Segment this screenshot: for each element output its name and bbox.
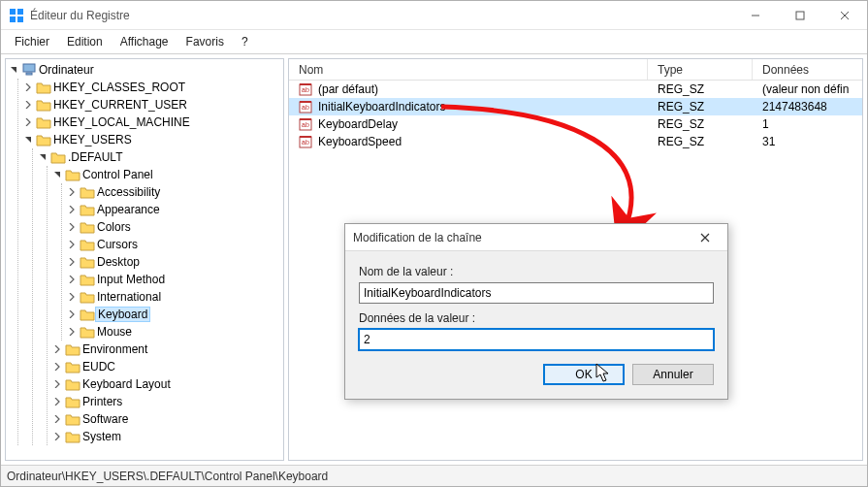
svg-text:ab: ab [302,86,309,93]
folder-icon [36,133,51,146]
tree-expand-icon[interactable] [8,64,19,76]
tree-item[interactable]: HKEY_CURRENT_USER [22,96,283,114]
value-type: REG_SZ [648,82,753,96]
col-header-type[interactable]: Type [648,59,753,80]
cancel-button[interactable]: Annuler [632,364,714,385]
col-header-name[interactable]: Nom [289,59,648,80]
tree-expand-icon[interactable] [22,116,34,128]
value-data: 31 [753,135,862,148]
tree-item[interactable]: System [51,428,283,445]
tree-item[interactable]: Control Panel [51,166,283,183]
tree-expand-icon[interactable] [66,308,78,320]
svg-rect-3 [17,16,23,22]
dialog-close-button[interactable] [691,228,720,247]
tree-item-label: .DEFAULT [68,150,122,164]
tree-item[interactable]: HKEY_CLASSES_ROOT [22,79,283,96]
tree-item[interactable]: Environment [51,341,283,358]
statusbar: Ordinateur\HKEY_USERS\.DEFAULT\Control P… [1,465,867,486]
list-row[interactable]: ab (par défaut) REG_SZ (valeur non défin [289,81,862,98]
tree-item[interactable]: HKEY_LOCAL_MACHINE [22,114,283,131]
list-row[interactable]: ab InitialKeyboardIndicators REG_SZ 2147… [289,98,862,115]
list-row[interactable]: ab KeyboardSpeed REG_SZ 31 [289,133,862,150]
list-row[interactable]: ab KeyboardDelay REG_SZ 1 [289,115,862,133]
tree-item[interactable]: Desktop [66,253,283,271]
menu-item[interactable]: ? [234,32,256,51]
folder-icon [80,220,95,234]
tree-expand-icon[interactable] [22,134,34,146]
tree-item-label: Ordinateur [39,63,94,77]
edit-string-dialog: Modification de la chaîne Nom de la vale… [344,223,728,400]
tree-item[interactable]: Keyboard [66,306,283,323]
tree-expand-icon[interactable] [22,99,34,111]
tree-item-label: Mouse [97,325,132,339]
folder-icon [80,203,95,216]
menu-item[interactable]: Fichier [7,32,57,51]
tree-expand-icon[interactable] [66,326,78,338]
tree-expand-icon[interactable] [51,361,63,373]
tree-expand-icon[interactable] [51,378,63,390]
tree-item[interactable]: Accessibility [66,183,283,201]
tree-item[interactable]: Cursors [66,236,283,253]
value-type: REG_SZ [648,117,753,131]
tree-expand-icon[interactable] [66,291,78,303]
tree-item[interactable]: Software [51,410,283,428]
tree-item[interactable]: Input Method [66,271,283,288]
value-type: REG_SZ [648,100,753,114]
svg-text:ab: ab [302,139,309,146]
tree-item-label: Input Method [97,273,165,286]
list-header: Nom Type Données [289,59,862,81]
tree-expand-icon[interactable] [37,151,48,163]
tree-item-label: Keyboard Layout [82,377,171,391]
tree-item[interactable]: HKEY_USERS [22,131,283,148]
tree-item[interactable]: Printers [51,393,283,410]
tree-expand-icon[interactable] [22,81,34,93]
col-header-data[interactable]: Données [753,59,862,80]
menu-item[interactable]: Affichage [113,32,177,51]
tree-item-label: Software [82,412,128,426]
tree-item-label: System [82,430,121,443]
maximize-button[interactable] [778,1,822,29]
tree-expand-icon[interactable] [66,204,78,215]
app-icon [9,8,24,23]
value-type: REG_SZ [648,135,753,148]
tree-item-label: HKEY_CURRENT_USER [53,98,187,112]
tree-expand-icon[interactable] [66,256,78,268]
tree-expand-icon[interactable] [66,186,78,198]
tree-expand-icon[interactable] [51,343,63,355]
tree-item[interactable]: Ordinateur [8,61,283,79]
tree-expand-icon[interactable] [51,169,63,180]
value-data-input[interactable] [359,329,714,350]
tree-expand-icon[interactable] [66,239,78,250]
tree-item[interactable]: .DEFAULT [37,148,283,166]
tree-pane[interactable]: Ordinateur HKEY_CLASSES_ROOT HKEY_CURREN… [5,58,284,461]
folder-icon [80,273,95,286]
tree-item[interactable]: Appearance [66,201,283,218]
folder-icon [80,238,95,251]
minimize-button[interactable] [733,1,778,29]
value-name: InitialKeyboardIndicators [318,100,445,114]
tree-expand-icon[interactable] [51,431,63,442]
status-path: Ordinateur\HKEY_USERS\.DEFAULT\Control P… [7,470,328,483]
menu-item[interactable]: Edition [59,32,111,51]
tree-expand-icon[interactable] [66,274,78,285]
menu-item[interactable]: Favoris [178,32,232,51]
tree-item[interactable]: International [66,288,283,306]
svg-rect-4 [796,12,804,19]
svg-rect-0 [10,9,16,15]
tree-expand-icon[interactable] [51,396,63,407]
tree-item[interactable]: EUDC [51,358,283,375]
tree-item[interactable]: Keyboard Layout [51,375,283,393]
value-name-input[interactable] [359,282,714,304]
value-data: 1 [753,117,862,131]
tree-item[interactable]: Mouse [66,323,283,341]
svg-rect-1 [17,9,23,15]
tree-expand-icon[interactable] [66,221,78,233]
ok-button[interactable]: OK [543,364,625,385]
tree-item-label: Colors [97,220,131,234]
folder-icon [65,430,80,443]
tree-item-label: HKEY_USERS [53,133,132,146]
tree-expand-icon[interactable] [51,413,63,425]
tree-item[interactable]: Colors [66,218,283,236]
tree-item-label: Cursors [97,238,138,251]
close-button[interactable] [822,1,867,29]
